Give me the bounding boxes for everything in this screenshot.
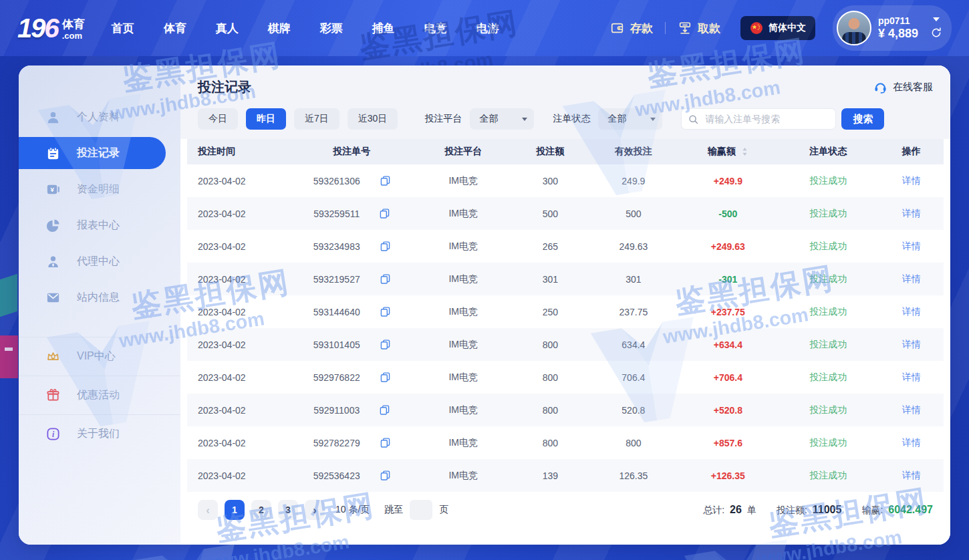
cell-order-status: 投注成功 [777,339,879,351]
info-icon: i [45,426,61,442]
range-chip-today[interactable]: 今日 [198,108,238,130]
cell-order-status: 投注成功 [777,372,879,384]
sidebar-item-funds[interactable]: ¥ 资金明细 [19,171,180,207]
header-order-status: 注单状态 [777,146,879,158]
page-button-2[interactable]: 2 [251,500,271,520]
cell-bet-time: 2023-04-02 [187,208,289,219]
copy-icon[interactable] [380,241,390,251]
platform-select[interactable]: 全部 [470,108,534,130]
main-panel: 个人资料 投注记录 ¥ 资金明细 报表中心 [19,65,950,545]
user-account-chip[interactable]: pp0711 ¥ 4,889 [833,5,952,51]
table-row: 2023-04-02593144640IM电竞250237.75+237.75投… [187,295,944,328]
menu-item-esports[interactable]: 电竞 [424,21,447,36]
detail-link[interactable]: 详情 [902,339,921,351]
cell-order-status: 投注成功 [777,470,879,482]
cell-platform: IM电竞 [414,437,513,449]
refresh-icon[interactable] [930,27,942,39]
cell-bet-time: 2023-04-02 [187,438,289,448]
range-chip-7days[interactable]: 近7日 [294,108,339,130]
next-page-button[interactable]: › [305,500,325,520]
menu-item-chess[interactable]: 棋牌 [268,21,291,36]
content-header: 投注记录 在线客服 今日 昨日 近7日 近30日 投注平台 [180,65,950,139]
atm-icon [678,21,692,35]
cell-order-number: 593259511 [289,208,414,219]
header-winloss: 输赢额 [679,146,777,158]
detail-link[interactable]: 详情 [902,208,921,220]
copy-icon[interactable] [380,208,390,219]
copy-icon[interactable] [380,339,390,349]
sidebar-item-agent[interactable]: 代理中心 [19,243,180,279]
sidebar-item-vip[interactable]: VIP中心 [19,337,180,376]
sidebar-item-profile[interactable]: 个人资料 [19,99,180,135]
sidebar-item-about[interactable]: i 关于我们 [19,414,180,453]
language-selector[interactable]: 简体中文 [740,16,815,40]
page-button-3[interactable]: 3 [278,500,298,520]
menu-item-sports[interactable]: 体育 [164,21,186,36]
sidebar-item-messages[interactable]: 站内信息 [19,279,180,315]
journal-icon [45,146,61,161]
range-chip-yesterday[interactable]: 昨日 [246,108,286,130]
menu-item-lottery[interactable]: 彩票 [320,21,343,36]
sidebar-item-bet-records[interactable]: 投注记录 [19,137,166,169]
deposit-button[interactable]: 存款 [610,21,653,36]
prev-page-button[interactable]: ‹ [198,500,218,520]
menu-item-fishing[interactable]: 捕鱼 [372,21,395,36]
cell-winloss: +634.4 [679,339,777,350]
copy-icon[interactable] [380,274,390,284]
cell-valid-bet: 500 [588,208,679,219]
mail-icon [45,290,61,305]
range-chip-30days[interactable]: 近30日 [348,108,398,130]
detail-link[interactable]: 详情 [902,437,921,449]
cell-winloss: +520.8 [679,405,777,416]
chevron-down-icon[interactable] [933,17,940,21]
online-service-button[interactable]: 在线客服 [873,80,933,94]
main-menu: 首页 体育 真人 棋牌 彩票 捕鱼 电竞 电游 [112,21,499,36]
cell-bet-amount: 139 [513,470,588,481]
table-row: 2023-04-02593101405IM电竞800634.4+634.4投注成… [187,328,944,361]
menu-item-games[interactable]: 电游 [476,21,499,36]
detail-link[interactable]: 详情 [902,404,921,416]
withdraw-button[interactable]: 取款 [678,21,720,36]
username: pp0711 [878,15,918,27]
cell-bet-amount: 800 [513,372,588,383]
order-search-input[interactable] [704,113,829,125]
menu-item-home[interactable]: 首页 [112,21,134,36]
copy-icon[interactable] [380,470,390,480]
sidebar-spacer [19,315,180,337]
header-action: 操作 [879,146,944,158]
sidebar-item-label: 代理中心 [77,255,120,269]
jump-page-input[interactable] [410,500,432,520]
sidebar-item-label: 关于我们 [77,427,120,441]
detail-link[interactable]: 详情 [902,241,921,253]
detail-link[interactable]: 详情 [902,175,921,187]
cell-order-status: 投注成功 [777,306,879,318]
language-label: 简体中文 [769,22,806,34]
detail-link[interactable]: 详情 [902,273,921,285]
copy-icon[interactable] [380,438,390,448]
copy-icon[interactable] [380,372,390,382]
cell-action: 详情 [879,339,944,351]
cell-order-number: 592976822 [289,372,414,383]
copy-icon[interactable] [380,307,390,317]
cell-bet-time: 2023-04-02 [187,307,289,317]
cell-action: 详情 [879,470,944,482]
detail-link[interactable]: 详情 [902,470,921,482]
page-button-1[interactable]: 1 [225,500,245,520]
cell-bet-time: 2023-04-02 [187,274,289,285]
platform-filter-label: 投注平台 [424,113,462,125]
site-logo[interactable]: 196 体育 .com [17,16,85,40]
menu-item-live[interactable]: 真人 [216,21,239,36]
search-button[interactable]: 搜索 [841,108,884,130]
sort-icon[interactable] [741,147,748,156]
status-select[interactable]: 全部 [598,108,662,130]
sidebar-item-reports[interactable]: 报表中心 [19,207,180,243]
detail-link[interactable]: 详情 [902,372,921,384]
sidebar-item-promotions[interactable]: 优惠活动 [19,376,180,414]
copy-icon[interactable] [380,405,390,415]
cell-platform: IM电竞 [414,470,513,482]
detail-link[interactable]: 详情 [902,306,921,318]
cell-action: 详情 [879,175,944,187]
copy-icon[interactable] [380,176,390,186]
cell-platform: IM电竞 [414,404,513,416]
pagination-row: ‹ 1 2 3 › 10 条/页 跳至 页 总计: 26 单 投注额: 1100… [180,500,950,520]
